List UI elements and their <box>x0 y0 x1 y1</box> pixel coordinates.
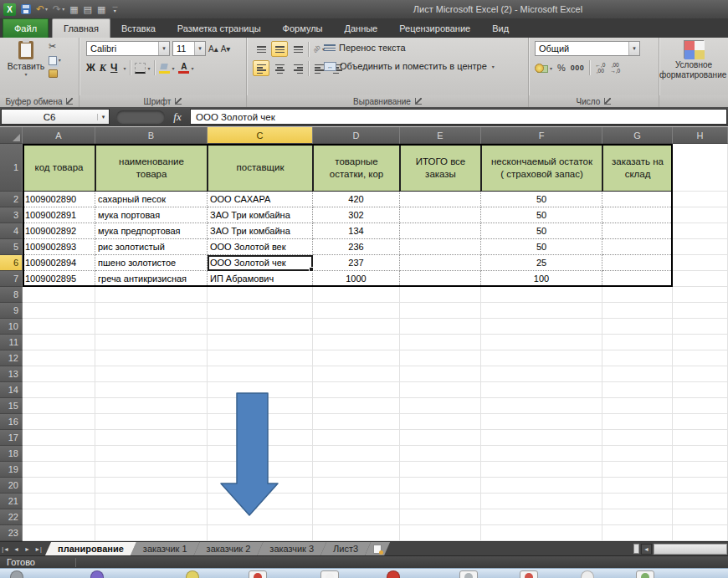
cell-B3[interactable]: мука портовая <box>95 207 208 223</box>
cell-A9[interactable] <box>23 303 95 319</box>
cell-D14[interactable] <box>313 382 400 398</box>
cell-E20[interactable] <box>400 478 481 494</box>
cell-B22[interactable] <box>95 509 208 525</box>
cell-B19[interactable] <box>95 462 208 478</box>
cell-H20[interactable] <box>673 478 728 494</box>
cell-A19[interactable] <box>23 462 95 478</box>
shrink-font-button[interactable]: A▾ <box>221 44 231 54</box>
merge-center-button[interactable]: ↔ Объединить и поместить в центре ▾ <box>324 58 495 74</box>
cell-G12[interactable] <box>602 350 673 366</box>
cell-B10[interactable] <box>95 319 208 335</box>
taskbar-app-gray-icon[interactable] <box>10 570 23 578</box>
cell-F19[interactable] <box>481 462 602 478</box>
scroll-left-button[interactable]: ◄ <box>641 544 652 555</box>
percent-style-button[interactable]: % <box>557 63 566 73</box>
row-header-20[interactable]: 20 <box>0 478 23 494</box>
customize-qat-button[interactable]: —▾ <box>112 5 117 13</box>
cell-B12[interactable] <box>95 350 208 366</box>
decrease-decimal-button[interactable]: ,00 →,0 <box>610 62 620 74</box>
increase-decimal-button[interactable]: ←,0 ,00 <box>595 62 605 74</box>
cell-G14[interactable] <box>602 382 673 398</box>
sheet-tab-zakazchik-3[interactable]: заказчик 3 <box>257 542 326 555</box>
cell-B5[interactable]: рис золотистый <box>95 239 208 255</box>
underline-button[interactable]: Ч <box>110 62 117 74</box>
col-header-F[interactable]: F <box>481 127 602 144</box>
cell-E8[interactable] <box>400 287 481 303</box>
cell-B18[interactable] <box>95 446 208 462</box>
cell-H13[interactable] <box>673 366 728 382</box>
cell-C7[interactable]: ИП Абрамович <box>208 271 313 287</box>
row-header-12[interactable]: 12 <box>0 350 23 366</box>
formula-input[interactable]: ООО Золотой чек <box>190 109 727 125</box>
cell-F14[interactable] <box>481 382 602 398</box>
cell-D10[interactable] <box>313 319 400 335</box>
cell-A3[interactable]: 1009002891 <box>23 207 95 223</box>
cell-G18[interactable] <box>602 446 673 462</box>
row-header-19[interactable]: 19 <box>0 462 23 478</box>
cell-C12[interactable] <box>208 350 313 366</box>
row-header-14[interactable]: 14 <box>0 382 23 398</box>
fill-color-button[interactable]: ▾ <box>159 63 174 74</box>
cell-B14[interactable] <box>95 382 208 398</box>
font-color-button[interactable]: А▾ <box>178 62 193 74</box>
cell-B13[interactable] <box>95 366 208 382</box>
font-name-select[interactable]: Calibri▾ <box>86 41 170 56</box>
select-all-button[interactable] <box>0 127 23 144</box>
cell-F9[interactable] <box>481 303 602 319</box>
dialog-launcher-icon[interactable] <box>415 98 422 105</box>
cell-B20[interactable] <box>95 478 208 494</box>
cell-C9[interactable] <box>208 303 313 319</box>
cell-F1[interactable]: нескончаемый остаток ( страховой запас) <box>481 144 602 192</box>
cell-E7[interactable] <box>400 271 481 287</box>
cell-E12[interactable] <box>400 350 481 366</box>
wrap-text-button[interactable]: Перенос текста <box>324 39 495 56</box>
cell-B8[interactable] <box>95 287 208 303</box>
sheet-tab-zakazchik-1[interactable]: заказчик 1 <box>131 542 200 555</box>
cell-E17[interactable] <box>400 430 481 446</box>
grow-font-button[interactable]: A▴ <box>208 44 218 54</box>
cell-F7[interactable]: 100 <box>481 271 602 287</box>
cell-G7[interactable] <box>602 271 673 287</box>
col-header-C[interactable]: C <box>208 127 313 144</box>
cell-E3[interactable] <box>400 207 481 223</box>
cell-C2[interactable]: ООО САХАРА <box>208 192 313 207</box>
dialog-launcher-icon[interactable] <box>66 98 73 105</box>
cell-C6[interactable]: ООО Золотой чек <box>208 255 313 271</box>
col-header-D[interactable]: D <box>313 127 400 144</box>
cell-H16[interactable] <box>673 414 728 430</box>
cell-H23[interactable] <box>673 525 728 541</box>
name-box[interactable]: C6 ▾ <box>1 109 110 125</box>
cell-D6[interactable]: 237 <box>313 255 400 271</box>
cell-B16[interactable] <box>95 414 208 430</box>
cell-F23[interactable] <box>481 525 602 541</box>
cut-button[interactable]: ✂ <box>49 41 61 52</box>
row-header-18[interactable]: 18 <box>0 446 23 462</box>
cell-D13[interactable] <box>313 366 400 382</box>
number-format-select[interactable]: Общий▾ <box>535 41 640 56</box>
cell-A12[interactable] <box>23 350 95 366</box>
taskbar-app-red-ring-tile-icon[interactable] <box>520 570 538 578</box>
taskbar-app-white-tile-icon[interactable] <box>320 570 339 578</box>
cell-A10[interactable] <box>23 319 95 335</box>
row-header-10[interactable]: 10 <box>0 319 23 335</box>
down-arrow-shape[interactable] <box>220 391 280 519</box>
cell-E22[interactable] <box>400 509 481 525</box>
cell-H19[interactable] <box>673 462 728 478</box>
align-middle-button[interactable] <box>271 41 288 57</box>
cell-B1[interactable]: наименование товара <box>95 144 208 192</box>
row-header-17[interactable]: 17 <box>0 430 23 446</box>
cell-D2[interactable]: 420 <box>313 192 400 207</box>
cell-A13[interactable] <box>23 366 95 382</box>
cell-F11[interactable] <box>481 335 602 350</box>
row-header-8[interactable]: 8 <box>0 287 23 303</box>
cell-E11[interactable] <box>400 335 481 350</box>
row-header-5[interactable]: 5 <box>0 239 23 255</box>
cell-G19[interactable] <box>602 462 673 478</box>
taskbar-app-white-icon[interactable] <box>581 570 594 578</box>
last-sheet-button[interactable]: ►| <box>33 542 44 555</box>
redo-button[interactable]: ↷▾ <box>53 3 64 15</box>
cell-A23[interactable] <box>23 525 95 541</box>
cell-B7[interactable]: греча антикризисная <box>95 271 208 287</box>
cell-B9[interactable] <box>95 303 208 319</box>
cell-G23[interactable] <box>602 525 673 541</box>
